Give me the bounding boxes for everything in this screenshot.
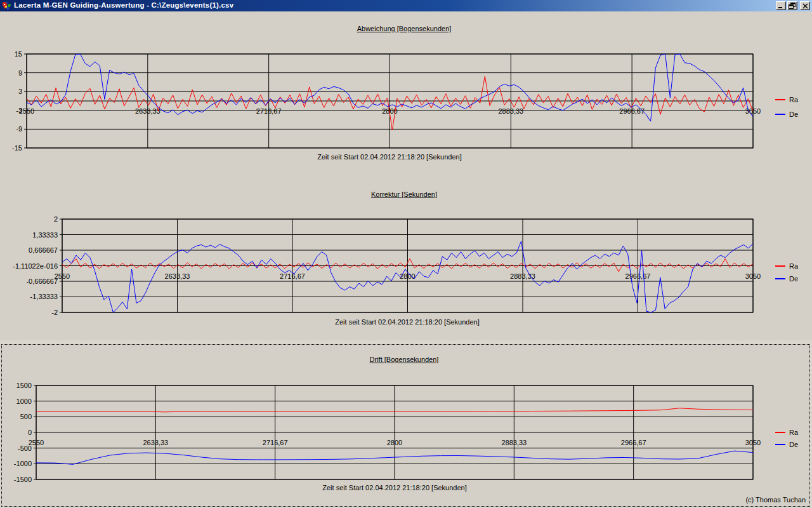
y-tick-label: -2	[51, 309, 58, 316]
y-tick-label: 3	[18, 88, 22, 95]
de-legend-label: De	[789, 110, 798, 118]
y-tick-label: -9	[16, 125, 22, 133]
window-controls	[775, 1, 810, 10]
de-line-swatch	[775, 444, 785, 445]
drift-legend-de: De	[775, 441, 798, 448]
y-tick-label: 1000	[16, 398, 32, 405]
ra-legend-label: Ra	[789, 429, 798, 436]
x-tick-label: 2966,67	[619, 107, 645, 115]
de-line-swatch	[775, 278, 785, 279]
abweichung-plot: 1593-3-9-1525502633,332716,6728002883,33…	[0, 44, 812, 165]
x-tick-label: 2883,33	[510, 272, 535, 280]
y-tick-label: -1500	[14, 476, 32, 483]
app-icon	[2, 1, 12, 11]
close-icon	[802, 3, 808, 9]
x-tick-label: 3050	[745, 439, 761, 446]
x-tick-label: 2966,67	[621, 439, 646, 446]
x-tick-label: 2883,33	[498, 107, 523, 115]
x-tick-label: 2800	[387, 439, 402, 446]
abweichung-legend-ra: Ra	[775, 96, 798, 104]
abweichung-legend-de: De	[775, 110, 798, 118]
x-tick-label: 3050	[745, 272, 761, 280]
y-tick-label: -1,33333	[30, 293, 58, 300]
y-tick-label: -1000	[14, 460, 32, 467]
drift-title: Drift [Bogensekunden]	[0, 356, 808, 363]
x-tick-label: 2633,33	[143, 439, 168, 446]
close-button[interactable]	[800, 1, 810, 10]
ra-legend-label: Ra	[789, 262, 798, 270]
y-tick-label: -0,666667	[26, 277, 58, 285]
restore-icon	[789, 3, 796, 9]
minimize-button[interactable]	[776, 1, 786, 10]
restore-button[interactable]	[787, 1, 797, 10]
ra-line-swatch	[775, 99, 785, 100]
x-tick-label: 2633,33	[135, 107, 160, 115]
korrektur-title: Korrektur [Sekunden]	[0, 190, 808, 198]
y-tick-label: 9	[18, 69, 22, 77]
x-tick-label: 2550	[19, 107, 34, 115]
y-tick-label: 2	[54, 215, 58, 223]
abweichung-xaxis-label: Zeit seit Start 02.04.2012 21:18:20 [Sek…	[231, 153, 548, 161]
drift-plot: 150010005000-500-1000-150025502633,33271…	[0, 376, 812, 497]
y-tick-label: -1,11022e-016	[13, 262, 58, 270]
abweichung-title: Abweichung [Bogensekunden]	[0, 25, 808, 32]
korrektur-xaxis-label: Zeit seit Start 02.04.2012 21:18:20 [Sek…	[249, 318, 566, 326]
minimize-icon	[778, 7, 782, 8]
de-legend-label: De	[789, 275, 798, 283]
x-tick-label: 2633,33	[165, 272, 190, 280]
korrektur-plot: 21,333330,666667-1,11022e-016-0,666667-1…	[0, 210, 812, 330]
x-tick-label: 2550	[55, 272, 70, 280]
x-tick-label: 2883,33	[501, 439, 527, 446]
drift-legend-ra: Ra	[775, 429, 798, 436]
x-tick-label: 2716,67	[263, 439, 288, 446]
y-tick-label: 15	[15, 50, 22, 58]
drift-xaxis-label: Zeit seit Start 02.04.2012 21:18:20 [Sek…	[236, 484, 553, 491]
ra-line-swatch	[775, 432, 785, 433]
de-legend-label: De	[789, 441, 798, 448]
y-tick-label: -15	[12, 144, 22, 152]
korrektur-legend-de: De	[775, 275, 798, 283]
window-title: Lacerta M-GEN Guiding-Auswertung - C:\Ze…	[14, 1, 233, 9]
y-tick-label: 1500	[16, 382, 32, 389]
ra-line-swatch	[775, 265, 785, 267]
y-tick-label: 1,33333	[32, 231, 58, 239]
x-tick-label: 2716,67	[280, 272, 305, 280]
x-tick-label: 2800	[400, 272, 415, 280]
x-tick-label: 2966,67	[625, 272, 651, 280]
app-window: { "window": { "title": "Lacerta M-GEN Gu…	[0, 0, 812, 508]
ra-legend-label: Ra	[789, 96, 798, 104]
korrektur-legend-ra: Ra	[775, 262, 798, 270]
y-tick-label: 0	[28, 429, 32, 436]
y-tick-label: 500	[20, 413, 32, 420]
x-tick-label: 2716,67	[256, 107, 282, 115]
de-line-swatch	[775, 114, 785, 115]
y-tick-label: 0,666667	[29, 246, 58, 254]
x-tick-label: 2550	[29, 439, 44, 446]
titlebar[interactable]: Lacerta M-GEN Guiding-Auswertung - C:\Ze…	[0, 0, 812, 11]
copyright-text: (c) Thomas Tuchan	[685, 496, 806, 504]
